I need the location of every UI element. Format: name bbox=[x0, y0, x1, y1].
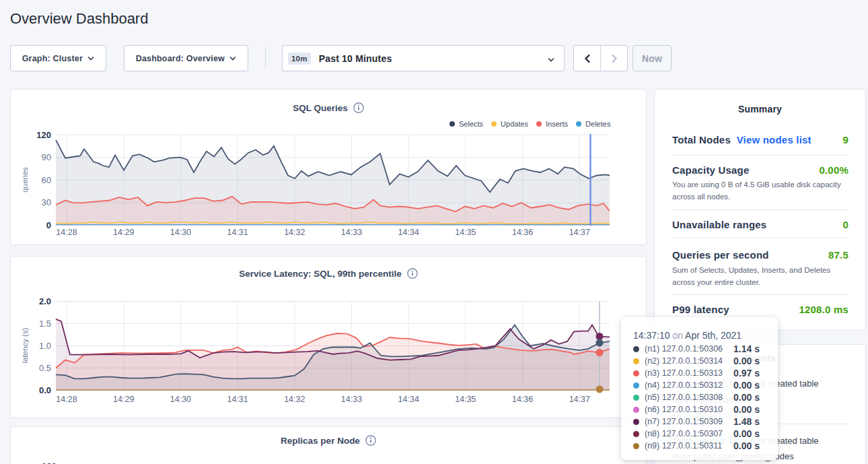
svg-text:14:32: 14:32 bbox=[284, 395, 305, 404]
svg-text:120: 120 bbox=[36, 130, 51, 140]
svg-text:14:33: 14:33 bbox=[341, 228, 362, 237]
svg-text:14:32: 14:32 bbox=[284, 228, 305, 237]
svg-text:14:28: 14:28 bbox=[56, 228, 77, 237]
svg-text:14:29: 14:29 bbox=[113, 228, 134, 237]
svg-text:14:28: 14:28 bbox=[56, 395, 77, 404]
svg-text:14:31: 14:31 bbox=[227, 395, 248, 404]
svg-text:0.5: 0.5 bbox=[39, 363, 51, 373]
svg-text:0: 0 bbox=[46, 220, 51, 230]
svg-text:14:30: 14:30 bbox=[170, 228, 191, 237]
svg-text:14:29: 14:29 bbox=[113, 395, 134, 404]
svg-text:14:33: 14:33 bbox=[341, 395, 362, 404]
svg-text:14:36: 14:36 bbox=[512, 228, 533, 237]
svg-text:14:31: 14:31 bbox=[227, 228, 248, 237]
svg-text:14:35: 14:35 bbox=[455, 228, 476, 237]
svg-text:0.0: 0.0 bbox=[39, 385, 51, 395]
svg-text:90: 90 bbox=[42, 152, 51, 162]
svg-text:2.0: 2.0 bbox=[39, 296, 51, 306]
svg-text:latency (s): latency (s) bbox=[21, 327, 29, 363]
svg-text:60: 60 bbox=[42, 175, 51, 185]
svg-text:1.0: 1.0 bbox=[39, 341, 51, 351]
svg-text:14:34: 14:34 bbox=[398, 228, 419, 237]
svg-text:14:30: 14:30 bbox=[170, 395, 191, 404]
svg-text:14:37: 14:37 bbox=[569, 395, 590, 404]
svg-text:14:37: 14:37 bbox=[569, 228, 590, 237]
svg-text:queries: queries bbox=[21, 167, 29, 193]
svg-text:14:34: 14:34 bbox=[398, 395, 419, 404]
svg-text:14:36: 14:36 bbox=[512, 395, 533, 404]
svg-text:30: 30 bbox=[42, 197, 51, 207]
svg-text:1.5: 1.5 bbox=[39, 319, 51, 329]
svg-text:14:35: 14:35 bbox=[455, 395, 476, 404]
